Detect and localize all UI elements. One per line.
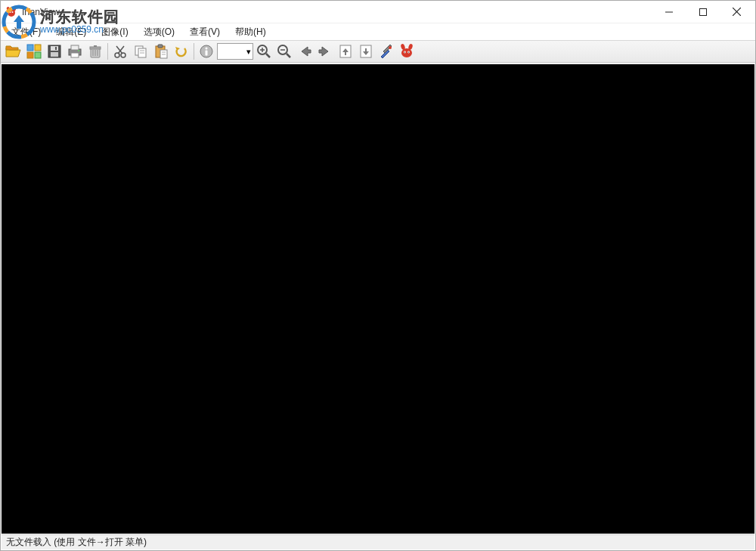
first-page-button[interactable] xyxy=(336,42,355,61)
svg-rect-42 xyxy=(206,51,208,56)
save-button[interactable] xyxy=(45,42,64,61)
svg-point-20 xyxy=(78,50,79,51)
menu-image[interactable]: 图像(I) xyxy=(94,24,135,40)
svg-rect-14 xyxy=(51,46,58,51)
menu-view[interactable]: 查看(V) xyxy=(182,24,228,40)
svg-point-27 xyxy=(115,53,119,57)
zoom-in-button[interactable] xyxy=(254,42,274,61)
menu-help[interactable]: 帮助(H) xyxy=(228,24,274,40)
copy-icon xyxy=(133,44,148,59)
scissors-icon xyxy=(113,44,128,59)
zoom-out-icon xyxy=(277,44,292,59)
svg-rect-18 xyxy=(71,45,79,50)
arrow-left-icon xyxy=(297,44,312,59)
menubar: 文件(F) 编辑(E) 图像(I) 选项(O) 查看(V) 帮助(H) xyxy=(1,23,755,40)
app-icon xyxy=(5,6,17,18)
prev-button[interactable] xyxy=(295,42,314,61)
close-button[interactable] xyxy=(720,1,754,23)
toolbar-separator xyxy=(107,43,108,60)
cut-button[interactable] xyxy=(110,42,130,61)
page-down-icon xyxy=(358,44,373,59)
open-button[interactable] xyxy=(4,42,23,61)
svg-line-48 xyxy=(287,54,290,57)
svg-point-52 xyxy=(389,46,392,49)
svg-point-59 xyxy=(408,51,409,52)
delete-button[interactable] xyxy=(85,42,105,61)
zoom-in-icon xyxy=(256,44,271,59)
floppy-disk-icon xyxy=(47,44,62,59)
copy-button[interactable] xyxy=(131,42,150,61)
minimize-button[interactable] xyxy=(652,1,686,23)
svg-rect-10 xyxy=(35,45,41,51)
svg-point-4 xyxy=(12,11,14,13)
menu-options[interactable]: 选项(O) xyxy=(136,24,182,40)
tools-icon xyxy=(379,44,394,59)
svg-point-53 xyxy=(401,48,412,57)
window-title: IrfanView xyxy=(22,7,60,17)
svg-point-28 xyxy=(121,53,125,57)
svg-line-44 xyxy=(266,54,270,57)
last-page-button[interactable] xyxy=(356,42,376,61)
undo-button[interactable] xyxy=(172,42,191,61)
image-viewport[interactable] xyxy=(2,64,754,534)
page-up-icon xyxy=(338,44,353,59)
svg-rect-9 xyxy=(27,45,33,51)
paste-button[interactable] xyxy=(151,42,171,61)
svg-point-58 xyxy=(404,51,405,52)
irfanview-mascot-icon xyxy=(398,43,415,60)
statusbar: 无文件载入 (使用 文件→打开 菜单) xyxy=(2,534,754,549)
settings-button[interactable] xyxy=(376,42,396,61)
svg-rect-11 xyxy=(27,52,33,58)
menu-edit[interactable]: 编辑(E) xyxy=(48,24,94,40)
chevron-down-icon: ▾ xyxy=(246,47,251,57)
clipboard-icon xyxy=(153,44,169,59)
svg-rect-16 xyxy=(55,47,57,50)
thumbnails-icon xyxy=(26,44,42,59)
trash-icon xyxy=(88,44,103,59)
status-text: 无文件载入 (使用 文件→打开 菜单) xyxy=(6,536,147,549)
window-controls xyxy=(652,1,754,23)
undo-icon xyxy=(174,44,189,59)
maximize-button[interactable] xyxy=(686,1,720,23)
toolbar-separator xyxy=(194,43,194,60)
next-button[interactable] xyxy=(315,42,335,61)
info-button[interactable] xyxy=(197,42,216,61)
folder-open-icon xyxy=(5,44,22,59)
zoom-out-button[interactable] xyxy=(274,42,294,61)
svg-rect-23 xyxy=(94,45,97,47)
menu-file[interactable]: 文件(F) xyxy=(4,24,48,40)
titlebar: IrfanView xyxy=(1,1,755,23)
svg-rect-12 xyxy=(35,52,41,58)
svg-point-3 xyxy=(10,11,11,13)
thumbnails-button[interactable] xyxy=(24,42,44,61)
svg-rect-15 xyxy=(51,52,58,57)
about-button[interactable] xyxy=(397,42,417,61)
svg-rect-36 xyxy=(158,45,163,48)
toolbar: ▾ xyxy=(1,40,755,63)
zoom-select[interactable]: ▾ xyxy=(217,43,253,60)
info-icon xyxy=(199,44,214,59)
svg-point-41 xyxy=(206,48,208,50)
arrow-right-icon xyxy=(318,44,333,59)
svg-rect-19 xyxy=(71,53,79,57)
svg-rect-6 xyxy=(699,8,706,15)
svg-rect-22 xyxy=(90,47,101,49)
printer-icon xyxy=(67,44,82,59)
print-button[interactable] xyxy=(65,42,85,61)
